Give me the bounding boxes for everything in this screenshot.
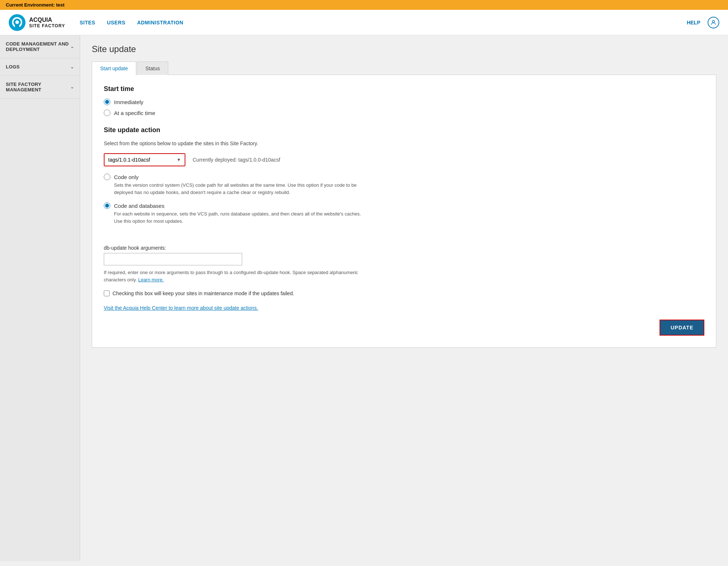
chevron-down-icon-sfm: ⌄ (70, 84, 74, 90)
sidebar-item-label-sfm: SITE FACTORY MANAGEMENT (6, 82, 70, 92)
environment-bar: Current Environment: test (0, 0, 728, 10)
nav-administration[interactable]: ADMINISTRATION (137, 20, 183, 25)
user-icon[interactable] (708, 17, 719, 28)
action-radio-group: Code only Sets the version control syste… (104, 174, 704, 225)
tab-bar: Start update Status (92, 62, 716, 75)
visit-help-link[interactable]: Visit the Acquia Help Center to learn mo… (104, 305, 704, 311)
logo-text: ACQUIA SITE FACTORY (29, 16, 65, 29)
chevron-down-icon-logs: ⌄ (70, 64, 74, 70)
sidebar-item-label-logs: LOGS (6, 64, 20, 70)
nav-users[interactable]: USERS (107, 20, 126, 25)
maintenance-checkbox-row: Checking this box will keep your sites i… (104, 290, 704, 296)
start-time-title: Start time (104, 85, 704, 93)
start-time-specific-option[interactable]: At a specific time (104, 110, 704, 116)
code-databases-desc: For each website in sequence, sets the V… (114, 210, 369, 225)
header-right: HELP (687, 17, 719, 28)
code-databases-label[interactable]: Code and databases (104, 202, 704, 209)
logo-line1: ACQUIA (29, 16, 65, 23)
start-time-radio-group: Immediately At a specific time (104, 99, 704, 116)
start-time-immediately-label: Immediately (114, 99, 143, 105)
nav-sites[interactable]: SITES (80, 20, 95, 25)
site-update-action-title: Site update action (104, 126, 704, 134)
sidebar-item-code-management[interactable]: CODE MANAGEMENT AND DEPLOYMENT ⌄ (0, 35, 80, 58)
logo-area: ACQUIA SITE FACTORY (9, 14, 65, 31)
tag-select[interactable]: tags/1.0.1-d10acsf tags/1.0.0-d10acsf ta… (105, 154, 185, 166)
code-databases-radio[interactable] (104, 202, 110, 209)
start-time-immediately-radio[interactable] (104, 99, 110, 105)
sidebar-item-label-code-management: CODE MANAGEMENT AND DEPLOYMENT (6, 41, 70, 52)
code-databases-option: Code and databases For each website in s… (104, 202, 704, 225)
nav-links: SITES USERS ADMINISTRATION (80, 20, 687, 25)
environment-text: Current Environment: test (6, 2, 64, 8)
chevron-down-icon-code-management: ⌄ (70, 44, 74, 49)
page-title: Site update (92, 44, 716, 54)
code-databases-text: Code and databases (114, 203, 164, 209)
code-only-desc: Sets the version control system (VCS) co… (114, 182, 369, 196)
select-row: tags/1.0.1-d10acsf tags/1.0.0-d10acsf ta… (104, 153, 704, 166)
tab-status[interactable]: Status (137, 62, 168, 75)
maintenance-checkbox[interactable] (104, 290, 110, 296)
start-time-specific-radio[interactable] (104, 110, 110, 116)
start-time-immediately-option[interactable]: Immediately (104, 99, 704, 105)
tag-select-wrapper: tags/1.0.1-d10acsf tags/1.0.0-d10acsf ta… (104, 153, 185, 166)
svg-point-2 (712, 20, 715, 23)
sidebar-item-logs[interactable]: LOGS ⌄ (0, 58, 80, 76)
code-only-text: Code only (114, 174, 139, 180)
learn-more-link[interactable]: Learn more. (138, 277, 164, 282)
maintenance-label[interactable]: Checking this box will keep your sites i… (113, 290, 294, 296)
currently-deployed-label: Currently deployed: tags/1.0.0-d10acsf (193, 157, 280, 163)
update-button[interactable]: UPDATE (660, 320, 704, 336)
header: ACQUIA SITE FACTORY SITES USERS ADMINIST… (0, 10, 728, 35)
sidebar: CODE MANAGEMENT AND DEPLOYMENT ⌄ LOGS ⌄ … (0, 35, 80, 561)
svg-point-1 (15, 20, 19, 24)
form-footer: UPDATE (104, 320, 704, 336)
code-only-radio[interactable] (104, 174, 110, 180)
start-time-specific-label: At a specific time (114, 110, 155, 116)
logo-line2: SITE FACTORY (29, 23, 65, 28)
sidebar-item-site-factory-management[interactable]: SITE FACTORY MANAGEMENT ⌄ (0, 76, 80, 99)
form-panel: Start time Immediately At a specific tim… (92, 75, 716, 348)
db-update-input[interactable] (104, 253, 242, 265)
db-update-helper: If required, enter one or more arguments… (104, 269, 366, 283)
code-only-label[interactable]: Code only (104, 174, 704, 180)
main-layout: CODE MANAGEMENT AND DEPLOYMENT ⌄ LOGS ⌄ … (0, 35, 728, 561)
tab-start-update[interactable]: Start update (92, 62, 136, 75)
acquia-logo-icon (9, 14, 25, 31)
code-only-option: Code only Sets the version control syste… (104, 174, 704, 196)
content-area: Site update Start update Status Start ti… (80, 35, 728, 561)
db-update-label: db-update hook arguments: (104, 245, 704, 251)
site-update-action-desc: Select from the options below to update … (104, 140, 704, 147)
help-link[interactable]: HELP (687, 20, 700, 25)
